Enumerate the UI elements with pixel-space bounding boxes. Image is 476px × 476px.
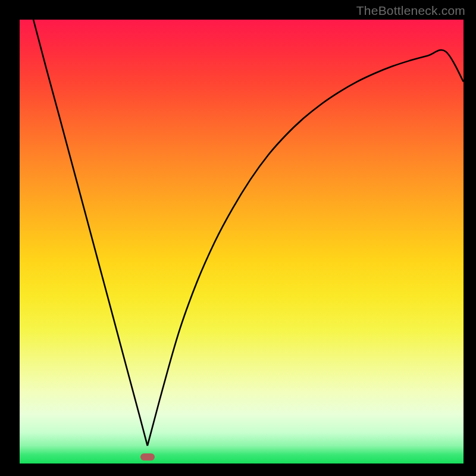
curve-right (148, 50, 464, 446)
watermark-text: TheBottleneck.com (356, 4, 465, 18)
minimum-marker (140, 453, 155, 461)
chart-curves (20, 20, 464, 464)
curve-left (33, 20, 148, 446)
frame: TheBottleneck.com (0, 0, 476, 476)
